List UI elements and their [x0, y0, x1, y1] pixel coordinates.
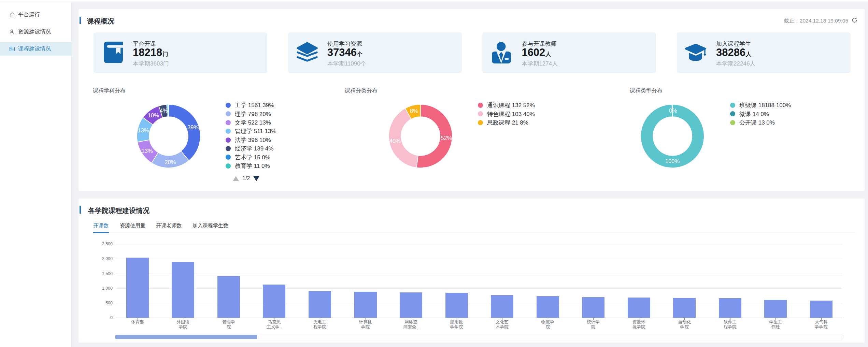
svg-text:13%: 13% — [138, 127, 149, 133]
svg-text:8%: 8% — [410, 108, 418, 114]
svg-text:40%: 40% — [389, 138, 401, 144]
svg-text:39%: 39% — [187, 124, 199, 130]
svg-text:10%: 10% — [148, 112, 159, 118]
svg-text:0%: 0% — [669, 107, 677, 114]
svg-text:4%: 4% — [160, 107, 168, 114]
svg-text:13%: 13% — [142, 148, 153, 154]
svg-text:52%: 52% — [441, 135, 452, 141]
svg-text:20%: 20% — [165, 159, 176, 165]
svg-text:100%: 100% — [665, 158, 680, 164]
